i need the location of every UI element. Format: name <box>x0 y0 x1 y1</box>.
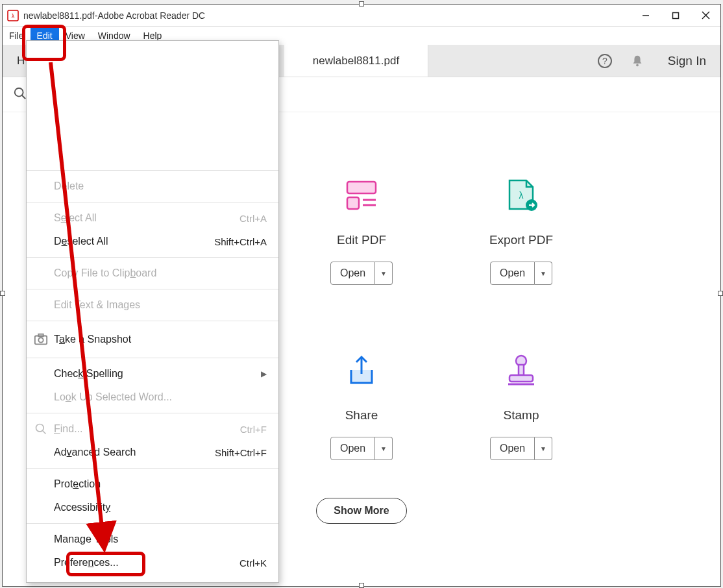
selection-handle <box>718 291 723 296</box>
selection-handle <box>359 583 364 588</box>
sign-in-link[interactable]: Sign In <box>654 45 720 77</box>
svg-line-10 <box>22 95 26 99</box>
search-icon <box>33 421 49 437</box>
search-icon[interactable] <box>13 86 27 103</box>
bell-icon[interactable] <box>621 45 654 77</box>
svg-point-23 <box>38 337 43 342</box>
selection-handle <box>359 1 364 6</box>
svg-point-8 <box>636 64 639 66</box>
menu-find: Find... Ctrl+F <box>27 417 278 441</box>
tool-label: Share <box>345 408 378 423</box>
export-pdf-icon: λ <box>498 173 544 219</box>
menu-preferences[interactable]: Preferences... Ctrl+K <box>27 551 278 574</box>
menu-lookup-word: Look Up Selected Word... <box>27 386 278 409</box>
close-button[interactable] <box>691 5 720 27</box>
open-button[interactable]: Open <box>490 437 535 460</box>
stamp-icon <box>498 349 544 394</box>
share-icon <box>339 349 384 394</box>
tool-label: Export PDF <box>489 233 553 247</box>
show-more-button[interactable]: Show More <box>316 498 406 524</box>
minimize-button[interactable] <box>631 5 661 27</box>
pdf-app-icon: λ <box>6 9 19 22</box>
window-title-app: Adobe Acrobat Reader DC <box>97 10 205 21</box>
menu-advanced-search[interactable]: Advanced Search Shift+Ctrl+F <box>27 441 278 464</box>
open-button[interactable]: Open <box>330 262 375 285</box>
menu-edit-text-images: Edit Text & Images <box>27 293 278 317</box>
menu-delete: Delete <box>27 175 278 198</box>
menu-manage-tools[interactable]: Manage Tools <box>27 528 278 551</box>
svg-rect-3 <box>673 12 679 18</box>
svg-text:?: ? <box>602 56 607 66</box>
svg-text:λ: λ <box>519 190 524 201</box>
svg-rect-12 <box>347 197 359 209</box>
submenu-arrow-icon: ▶ <box>261 369 267 378</box>
camera-icon <box>33 332 49 347</box>
svg-rect-20 <box>509 375 533 382</box>
help-icon[interactable]: ? <box>589 45 621 77</box>
menu-select-all: Select All Ctrl+A <box>27 206 278 230</box>
tool-export-pdf: λ Export PDF Open ▼ <box>441 128 601 303</box>
tool-stamp: Stamp Open ▼ <box>441 303 601 478</box>
menu-deselect-all[interactable]: Deselect All Shift+Ctrl+A <box>27 230 278 253</box>
svg-rect-19 <box>519 365 524 375</box>
menu-accessibility[interactable]: Accessibility <box>27 496 278 519</box>
tool-share: Share Open ▼ <box>282 303 441 478</box>
open-dropdown[interactable]: ▼ <box>375 262 393 285</box>
menu-check-spelling[interactable]: Check Spelling ▶ <box>27 362 278 386</box>
open-button[interactable]: Open <box>330 437 375 460</box>
menu-take-snapshot[interactable]: Take a Snapshot <box>27 325 278 354</box>
open-dropdown[interactable]: ▼ <box>535 437 552 460</box>
svg-point-25 <box>36 424 44 432</box>
tab-document[interactable]: newlabel8811.pdf <box>284 45 428 77</box>
tool-label: Stamp <box>504 408 539 423</box>
titlebar: λ newlabel8811.pdf - Adobe Acrobat Reade… <box>3 5 720 27</box>
open-dropdown[interactable]: ▼ <box>375 437 393 460</box>
maximize-button[interactable] <box>661 5 691 27</box>
window-title-doc: newlabel8811.pdf <box>23 10 95 21</box>
open-button[interactable]: Open <box>490 262 535 285</box>
svg-line-26 <box>43 431 46 434</box>
tool-label: Edit PDF <box>337 233 386 247</box>
svg-text:λ: λ <box>12 13 15 19</box>
menu-protection[interactable]: Protection <box>27 472 278 496</box>
open-dropdown[interactable]: ▼ <box>535 262 552 285</box>
svg-point-9 <box>15 88 23 96</box>
edit-menu-dropdown: Delete Select All Ctrl+A Deselect All Sh… <box>26 40 279 583</box>
selection-handle <box>0 291 5 296</box>
tool-edit-pdf: Edit PDF Open ▼ <box>282 128 441 303</box>
menu-top-section <box>27 41 278 171</box>
svg-rect-11 <box>347 182 376 193</box>
edit-pdf-icon <box>339 173 384 219</box>
menu-copy-clipboard: Copy File to Clipboard <box>27 262 278 285</box>
